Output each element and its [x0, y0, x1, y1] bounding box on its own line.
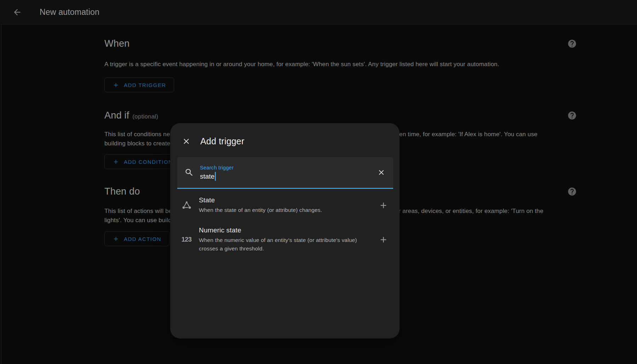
dialog-close-button[interactable]: [179, 134, 194, 149]
dialog-header: Add trigger: [170, 123, 400, 157]
result-title: State: [199, 196, 371, 204]
add-result-button[interactable]: [375, 232, 391, 248]
result-row-state[interactable]: State When the state of an entity (or at…: [170, 190, 400, 220]
row-icon-box: [180, 200, 193, 210]
row-text-block: Numeric state When the numeric value of …: [199, 226, 371, 253]
clear-icon: [377, 168, 385, 177]
search-trigger-field[interactable]: Search trigger state: [177, 157, 393, 189]
magnify-icon: [184, 168, 194, 177]
clear-search-button[interactable]: [373, 165, 389, 180]
row-icon-box: 123: [180, 236, 193, 243]
plus-icon: [379, 235, 388, 244]
result-description: When the numeric value of an entity's st…: [199, 236, 371, 253]
add-result-button[interactable]: [375, 198, 391, 213]
result-description: When the state of an entity (or attribut…: [199, 206, 371, 214]
numeric-123-icon: 123: [182, 236, 192, 243]
row-text-block: State When the state of an entity (or at…: [199, 196, 371, 214]
trigger-results-list: State When the state of an entity (or at…: [170, 190, 400, 259]
search-field-label: Search trigger: [200, 165, 373, 171]
plus-icon: [379, 201, 388, 210]
dialog-title: Add trigger: [200, 136, 245, 146]
search-text-block: Search trigger state: [200, 164, 373, 181]
result-title: Numeric state: [199, 226, 371, 234]
search-input[interactable]: state: [200, 172, 373, 181]
result-row-numeric-state[interactable]: 123 Numeric state When the numeric value…: [170, 220, 400, 259]
state-machine-icon: [182, 200, 192, 210]
add-trigger-dialog: Add trigger Search trigger state: [170, 123, 400, 339]
close-icon: [182, 137, 191, 146]
search-input-value: state: [200, 173, 214, 180]
text-cursor: [215, 172, 216, 181]
